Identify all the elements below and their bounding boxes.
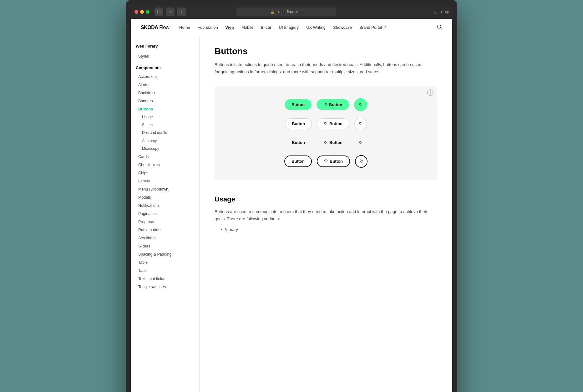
btn-ghost-icon[interactable]: Button — [317, 137, 349, 148]
maximize-button[interactable] — [146, 10, 150, 14]
logo-flow-text: Flow — [159, 25, 169, 30]
add-tab-button[interactable]: + — [440, 9, 443, 15]
browser-actions: ⊙ + ⧉ — [434, 9, 449, 15]
laptop-shell: ‹ › 🔒 skoda-flow.com ⊙ + ⧉ SKODA Flow Ho… — [126, 0, 457, 392]
sidebar-item-chips[interactable]: Chips — [136, 169, 194, 177]
sidebar-item-notifications[interactable]: Notifications — [136, 201, 194, 210]
heart-icon — [323, 102, 327, 107]
sidebar-item-styles[interactable]: Styles — [136, 52, 194, 60]
btn-ghost-icon-only[interactable] — [354, 136, 367, 149]
sidebar-item-accordions[interactable]: Accordions — [136, 73, 194, 81]
url-bar: 🔒 skoda-flow.com — [236, 8, 336, 16]
btn-ghost[interactable]: Button — [285, 137, 312, 148]
heart-icon-dark-only — [359, 159, 363, 164]
sidebar-item-table[interactable]: Table — [136, 258, 194, 267]
btn-outlined[interactable]: Button — [285, 118, 312, 129]
sidebar-item-pagination[interactable]: Pagination — [136, 210, 194, 218]
sidebar-item-toggle-switches[interactable]: Toggle switches — [136, 283, 194, 291]
sidebar-item-sliders[interactable]: Sliders — [136, 242, 194, 250]
btn-outlined-dark-icon-only[interactable] — [355, 155, 368, 168]
sidebar-item-scrollbars[interactable]: Scrollbars — [136, 234, 194, 242]
btn-outlined-dark-label: Button — [292, 159, 305, 164]
page-description: Buttons initiate actions to guide users … — [215, 61, 427, 76]
bullet-primary-label: Primary — [223, 227, 238, 232]
title-bar: ‹ › 🔒 skoda-flow.com ⊙ + ⧉ — [131, 5, 452, 19]
sidebar-item-buttons[interactable]: Buttons — [136, 105, 194, 113]
heart-icon-only — [359, 102, 362, 107]
btn-outlined-icon[interactable]: Button — [317, 118, 349, 129]
sidebar-item-alerts[interactable]: Alerts — [136, 81, 194, 89]
sidebar-item-anatomy[interactable]: Anatomy — [136, 137, 194, 145]
sidebar-item-labels[interactable]: Labels — [136, 177, 194, 185]
button-row-outlined: Button Button — [285, 118, 367, 130]
url-text: skoda-flow.com — [276, 10, 302, 14]
page-title: Buttons — [215, 46, 437, 56]
sidebar-item-spacing-padding[interactable]: Spacing & Padding — [136, 250, 194, 258]
sidebar-item-modals[interactable]: Modals — [136, 193, 194, 201]
nav-link-web[interactable]: Web — [226, 25, 234, 30]
sidebar-item-radio-buttons[interactable]: Radio buttons — [136, 226, 194, 234]
sidebar-item-tabs[interactable]: Tabs — [136, 267, 194, 275]
top-nav: SKODA Flow Home Foundation Web Mobile In… — [131, 19, 452, 36]
btn-outlined-dark[interactable]: Button — [284, 155, 312, 167]
button-row-ghost: Button Button — [285, 136, 367, 149]
nav-link-in-car[interactable]: In-car — [261, 25, 271, 30]
btn-primary-solid-icon-label: Button — [329, 102, 342, 107]
info-icon[interactable]: i — [427, 89, 433, 96]
btn-ghost-icon-label: Button — [329, 140, 342, 145]
sidebar: Web library Styles Components Accordions… — [131, 36, 200, 392]
forward-button[interactable]: › — [177, 8, 186, 16]
usage-section-title: Usage — [215, 195, 437, 203]
site-logo[interactable]: SKODA Flow — [141, 25, 169, 30]
heart-icon-outlined — [324, 121, 327, 126]
btn-primary-icon-only[interactable] — [354, 98, 367, 111]
nav-link-ui-imagery[interactable]: UI Imagery — [279, 25, 299, 30]
btn-outlined-icon-only[interactable] — [354, 118, 367, 130]
nav-link-home[interactable]: Home — [179, 25, 190, 30]
sidebar-item-backdrop[interactable]: Backdrop — [136, 89, 194, 97]
nav-link-mobile[interactable]: Mobile — [241, 25, 253, 30]
close-button[interactable] — [134, 10, 138, 14]
sidebar-item-progress[interactable]: Progress — [136, 218, 194, 226]
btn-outlined-icon-label: Button — [329, 121, 342, 126]
nav-link-showcase[interactable]: Showcase — [333, 25, 352, 30]
site-wrapper: SKODA Flow Home Foundation Web Mobile In… — [131, 19, 452, 392]
browser-screen: SKODA Flow Home Foundation Web Mobile In… — [131, 19, 452, 392]
btn-outlined-dark-icon[interactable]: Button — [317, 155, 350, 167]
logo-skoda-text: SKODA — [141, 25, 158, 30]
sidebar-item-menu-dropdown[interactable]: Menu (Dropdown) — [136, 185, 194, 193]
sidebar-item-microcopy[interactable]: Microcopy — [136, 145, 194, 153]
account-button[interactable]: ⊙ — [434, 9, 438, 15]
nav-links: Home Foundation Web Mobile In-car UI Ima… — [179, 25, 427, 30]
svg-line-5 — [441, 28, 442, 29]
sidebar-item-cards[interactable]: Cards — [136, 153, 194, 161]
heart-icon-outlined-only — [359, 121, 362, 126]
btn-primary-solid[interactable]: Button — [285, 99, 312, 110]
sidebar-item-usage[interactable]: Usage — [136, 113, 194, 121]
sidebar-item-states[interactable]: States — [136, 121, 194, 129]
sidebar-components-label: Components — [136, 65, 194, 70]
minimize-button[interactable] — [140, 10, 144, 14]
nav-link-foundation[interactable]: Foundation — [198, 25, 218, 30]
usage-text: Buttons are used to communicate to users… — [215, 208, 427, 223]
search-icon[interactable] — [437, 24, 442, 31]
button-row-outlined-dark: Button Button — [284, 155, 368, 168]
nav-link-ux-writing[interactable]: UX Writing — [306, 25, 326, 30]
sidebar-item-text-input-fields[interactable]: Text input fields — [136, 275, 194, 283]
btn-primary-solid-icon[interactable]: Button — [317, 99, 349, 110]
tabs-button[interactable]: ⧉ — [445, 9, 449, 15]
sidebar-toggle-button[interactable] — [155, 8, 163, 16]
main-content: Buttons Buttons initiate actions to guid… — [200, 36, 452, 392]
svg-rect-2 — [159, 12, 161, 13]
svg-rect-1 — [159, 11, 161, 12]
svg-rect-3 — [159, 13, 161, 13]
nav-link-brand-portal[interactable]: Brand Portal ↗ — [359, 25, 387, 30]
heart-icon-ghost — [324, 140, 327, 145]
button-row-primary: Button Button — [285, 98, 367, 111]
sidebar-item-banners[interactable]: Banners — [136, 97, 194, 105]
sidebar-item-checkboxes[interactable]: Checkboxes — [136, 161, 194, 169]
svg-point-4 — [438, 25, 441, 28]
back-button[interactable]: ‹ — [166, 8, 175, 16]
sidebar-item-dos-donts[interactable]: Dos and don'ts — [136, 129, 194, 137]
sidebar-section-title: Web library — [136, 44, 194, 48]
